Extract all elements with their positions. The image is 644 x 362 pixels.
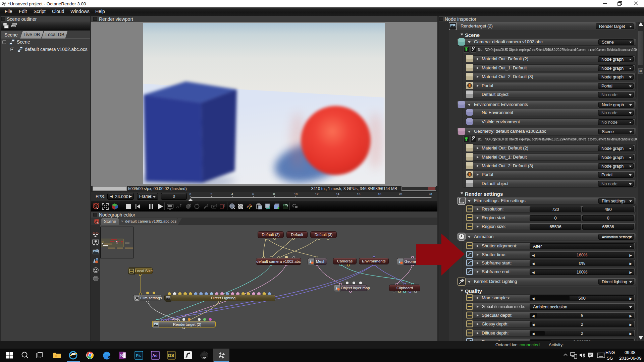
svg-text:DS: DS <box>168 353 174 358</box>
svg-text:Ae: Ae <box>152 353 158 358</box>
svg-text:N: N <box>120 353 123 358</box>
svg-text:AF: AF <box>176 205 180 208</box>
svg-text:Ps: Ps <box>136 353 141 358</box>
